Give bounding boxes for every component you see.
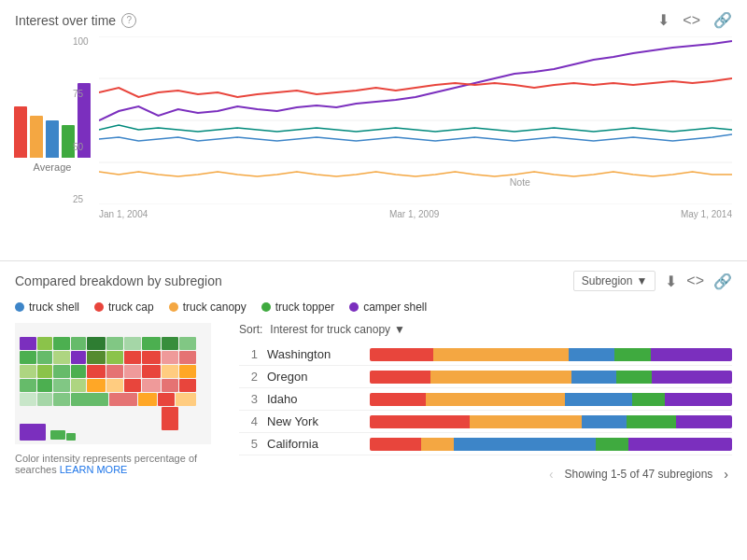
top-title-group: Interest over time ? (15, 13, 136, 28)
rank-bar-segment (421, 438, 454, 451)
svg-rect-46 (162, 379, 178, 392)
sort-value: Interest for truck canopy (270, 323, 390, 336)
svg-rect-27 (179, 351, 196, 364)
map-area: Color intensity represents percentage of… (15, 323, 220, 483)
svg-rect-30 (53, 365, 70, 378)
svg-rect-41 (71, 379, 86, 392)
svg-rect-23 (106, 351, 123, 364)
rank-number: 3 (239, 392, 258, 406)
x-label-1: Jan 1, 2004 (99, 209, 148, 219)
svg-rect-51 (71, 393, 108, 406)
svg-rect-58 (50, 430, 65, 440)
rank-bars (370, 371, 732, 384)
svg-rect-36 (162, 365, 178, 378)
top-title: Interest over time (15, 13, 116, 28)
svg-rect-32 (87, 365, 106, 378)
svg-rect-42 (87, 379, 106, 392)
svg-rect-48 (20, 393, 36, 406)
svg-rect-18 (20, 351, 36, 364)
bottom-embed-icon[interactable]: <> (686, 273, 704, 289)
rank-name: Washington (267, 347, 360, 361)
subregion-button[interactable]: Subregion ▼ (573, 271, 656, 291)
svg-rect-26 (162, 351, 178, 364)
rank-name: Oregon (267, 370, 360, 384)
legend-dot (169, 302, 178, 312)
rank-number: 4 (239, 414, 258, 428)
y-75: 75 (73, 89, 89, 99)
svg-rect-39 (37, 379, 52, 392)
legend-dot (15, 302, 24, 312)
next-page-arrow[interactable]: › (720, 465, 732, 483)
svg-rect-59 (66, 433, 76, 441)
rank-bars (370, 438, 732, 451)
legend-item: truck shell (15, 301, 79, 314)
sort-chevron-icon: ▼ (394, 323, 405, 336)
share-icon[interactable]: 🔗 (713, 11, 732, 29)
pagination-text: Showing 1-5 of 47 subregions (565, 468, 713, 481)
svg-rect-25 (142, 351, 161, 364)
svg-rect-40 (53, 379, 70, 392)
svg-rect-56 (162, 407, 178, 430)
svg-rect-37 (179, 365, 196, 378)
svg-rect-50 (53, 393, 70, 406)
breakdown-section: Compared breakdown by subregion Subregio… (0, 261, 747, 560)
rank-bar-segment (430, 371, 571, 384)
rank-bar-segment (454, 438, 596, 451)
svg-rect-24 (124, 351, 141, 364)
rank-bar-segment (665, 393, 732, 406)
rank-bar-segment (370, 438, 421, 451)
prev-page-arrow[interactable]: ‹ (545, 465, 557, 483)
rank-bar-segment (426, 393, 565, 406)
rank-bar-segment (571, 371, 617, 384)
legend-label: truck cap (108, 301, 154, 314)
rank-bar-segment (614, 348, 651, 361)
avg-bar (46, 120, 59, 158)
svg-rect-53 (138, 393, 157, 406)
rank-name: California (267, 437, 360, 451)
bottom-title: Compared breakdown by subregion (15, 273, 222, 288)
svg-rect-57 (20, 424, 46, 441)
y-25: 25 (73, 194, 89, 204)
subregion-label: Subregion (582, 274, 633, 287)
rank-bar-segment (470, 415, 581, 428)
svg-rect-45 (142, 379, 161, 392)
embed-icon[interactable]: <> (683, 12, 700, 29)
sort-dropdown[interactable]: Interest for truck canopy ▼ (270, 323, 405, 336)
subregion-chevron-icon: ▼ (636, 274, 647, 287)
svg-rect-43 (106, 379, 123, 392)
rank-number: 2 (239, 370, 258, 384)
line-chart-svg: Note Note (99, 36, 732, 204)
svg-rect-52 (109, 393, 137, 406)
table-row: 2Oregon (239, 366, 732, 388)
bottom-download-icon[interactable]: ⬇ (665, 273, 677, 290)
chart-container: Average 100 75 50 25 (15, 36, 732, 242)
us-map-svg (15, 323, 211, 444)
rank-bar-segment (616, 371, 652, 384)
pagination: ‹ Showing 1-5 of 47 subregions › (239, 465, 732, 483)
help-icon[interactable]: ? (121, 13, 136, 28)
table-row: 1Washington (239, 343, 732, 366)
svg-rect-13 (106, 337, 123, 350)
bottom-content: Color intensity represents percentage of… (15, 323, 732, 483)
svg-rect-49 (37, 393, 52, 406)
x-label-2: Mar 1, 2009 (389, 209, 439, 219)
rank-bar-segment (628, 438, 732, 451)
avg-bar (30, 116, 43, 158)
bottom-header: Compared breakdown by subregion Subregio… (15, 271, 732, 291)
bottom-share-icon[interactable]: 🔗 (713, 273, 732, 290)
bottom-toolbar: Subregion ▼ ⬇ <> 🔗 (573, 271, 732, 291)
learn-more-link[interactable]: LEARN MORE (60, 464, 128, 475)
rank-number: 5 (239, 437, 258, 451)
legend-item: truck topper (261, 301, 334, 314)
rank-bar-segment (433, 348, 570, 361)
line-chart-area: 100 75 50 25 (99, 36, 732, 242)
top-toolbar: ⬇ <> 🔗 (657, 11, 732, 29)
svg-rect-44 (124, 379, 141, 392)
map-caption: Color intensity represents percentage of… (15, 453, 220, 475)
svg-text:Note: Note (510, 177, 531, 188)
download-icon[interactable]: ⬇ (657, 11, 669, 29)
svg-rect-8 (20, 337, 36, 350)
svg-rect-22 (87, 351, 106, 364)
svg-rect-38 (20, 379, 36, 392)
rankings-list: 1Washington2Oregon3Idaho4New York5Califo… (239, 343, 732, 455)
